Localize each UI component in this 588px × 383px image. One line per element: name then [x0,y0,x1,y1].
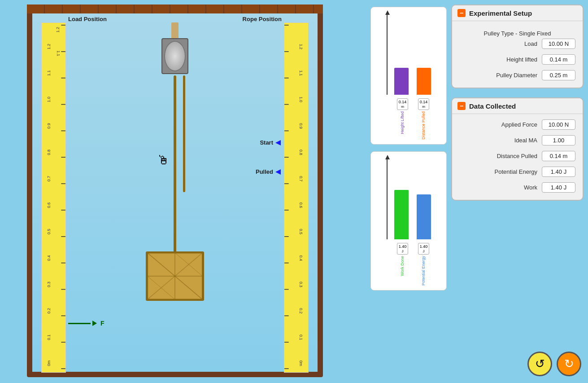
svg-text:1.1: 1.1 [56,51,61,57]
chart1-y-arrow-icon [385,10,390,15]
force-label: F [100,320,105,327]
svg-text:1.1: 1.1 [299,70,303,76]
applied-force-value: 10.00 N [542,119,575,130]
svg-text:0.5: 0.5 [299,229,303,235]
right-panels-container: − Experimental Setup Pulley Type - Singl… [451,4,584,210]
chart2-bar-work-done [394,190,409,239]
experimental-setup-header: − Experimental Setup [452,5,583,21]
svg-text:0.9: 0.9 [299,123,303,129]
chart2-card: 1.40 J Work Done 1.40 J Potential Energy [370,151,447,291]
applied-force-label: Applied Force [459,121,542,128]
height-lifted-value: 0.14 m [542,54,575,65]
reset-icon: ↺ [535,357,545,371]
svg-text:0.8: 0.8 [47,150,51,155]
force-arrowhead-icon [92,321,97,326]
pulley-diameter-label: Pulley Diameter [459,72,542,79]
svg-text:0.6: 0.6 [47,203,51,208]
bottom-buttons: ↺ ↻ [527,352,581,376]
svg-text:0.2: 0.2 [299,308,303,314]
data-collected-title: Data Collected [469,102,516,110]
chart2-energy-unit: J [423,249,425,253]
distance-pulled-row: Distance Pulled 0.14 m [459,151,575,161]
svg-text:0m: 0m [299,361,303,366]
potential-energy-label: Potential Energy [459,168,542,175]
svg-text:0.8: 0.8 [299,150,303,155]
applied-force-row: Applied Force 10.00 N [459,119,575,130]
svg-text:0.3: 0.3 [47,282,51,287]
svg-text:0.2: 0.2 [47,308,51,314]
load-row: Load 10.00 N [459,39,575,49]
work-value: 1.40 J [542,182,575,193]
chart1-bar-height-lifted [394,68,409,95]
svg-text:0.3: 0.3 [299,282,303,287]
chart2-work-value: 1.40 [399,244,407,249]
svg-text:0.9: 0.9 [47,123,51,129]
chart2-label-work: 1.40 J Work Done [393,243,412,286]
chart1-distance-value: 0.14 [420,100,428,104]
force-arrow-container: F [68,320,105,327]
pulled-arrow-icon [275,169,281,175]
svg-text:1.0: 1.0 [299,97,303,102]
charts-area: 0.14 m Height Lifted 0.14 m Distance Pul… [370,7,447,297]
svg-text:0.7: 0.7 [299,176,303,182]
reset-button[interactable]: ↺ [527,352,552,376]
start-label-container: Start [260,139,281,146]
svg-text:0.1: 0.1 [47,335,51,340]
chart1-height-value: 0.14 [399,100,407,104]
ideal-ma-label: Ideal MA [459,137,542,144]
brick-top [27,4,323,13]
chart1-label-distance: 0.14 m Distance Pulled [414,98,433,140]
chart2-energy-label: Potential Energy [421,256,426,286]
experimental-setup-body: Pulley Type - Single Fixed Load 10.00 N … [452,21,583,88]
chart1-height-label: Height Lifted [400,111,405,134]
crate[interactable] [146,251,204,301]
pulley [161,38,188,74]
right-ruler: 0m 0.1 0.2 0.3 0.4 0.5 0.6 0.7 0.8 0.9 1… [284,22,309,373]
start-arrow-icon [275,140,281,145]
height-lifted-row: Height lifted 0.14 m [459,54,575,65]
chart1-distance-label: Distance Pulled [421,111,426,140]
load-value: 10.00 N [542,39,575,49]
chart1-label-height: 0.14 m Height Lifted [393,98,412,140]
svg-text:0.4: 0.4 [47,255,51,261]
start-label: Start [260,139,273,146]
svg-text:1.1: 1.1 [47,70,51,76]
svg-text:0.6: 0.6 [299,203,303,208]
pulley-wheel [164,41,186,71]
chart2-y-arrow-icon [385,155,390,159]
chart2-energy-value: 1.40 [420,244,428,249]
svg-text:0.7: 0.7 [47,176,51,182]
svg-text:0.5: 0.5 [47,229,51,234]
ideal-ma-row: Ideal MA 1.00 [459,135,575,145]
load-label: Load [459,40,542,47]
distance-pulled-value: 0.14 m [542,151,575,161]
hand-cursor-icon: 🖱 [157,153,170,167]
work-label: Work [459,184,542,191]
left-ruler: 1.2 1.1 0m 0.1 0.2 0.3 0.4 0.5 0.6 0.7 0… [41,22,66,373]
chart1-height-unit: m [401,105,404,109]
svg-text:1.2: 1.2 [56,27,60,33]
chart1-bar-distance-pulled [417,68,431,95]
data-collected-header: − Data Collected [452,98,583,114]
rope-load [174,75,176,253]
experimental-setup-icon[interactable]: − [457,9,466,17]
refresh-button[interactable]: ↻ [557,352,581,376]
potential-energy-row: Potential Energy 1.40 J [459,167,575,177]
height-lifted-label: Height lifted [459,56,542,63]
chart1-distance-unit: m [422,105,425,109]
load-position-label: Load Position [68,16,107,22]
distance-pulled-label: Distance Pulled [459,153,542,159]
data-collected-body: Applied Force 10.00 N Ideal MA 1.00 Dist… [452,114,583,200]
data-collected-icon[interactable]: − [457,102,466,110]
svg-text:1.0: 1.0 [47,97,51,102]
svg-text:0m: 0m [47,361,51,366]
potential-energy-value: 1.40 J [542,167,575,177]
chart1-card: 0.14 m Height Lifted 0.14 m Distance Pul… [370,7,447,145]
experimental-setup-panel: − Experimental Setup Pulley Type - Singl… [451,4,584,88]
pulley-diameter-value: 0.25 m [542,70,575,80]
work-row: Work 1.40 J [459,182,575,193]
svg-text:1.2: 1.2 [47,44,51,50]
pulled-label: Pulled [256,168,273,175]
force-arrow-line [68,323,91,324]
chart2-bar-potential-energy [417,194,431,239]
